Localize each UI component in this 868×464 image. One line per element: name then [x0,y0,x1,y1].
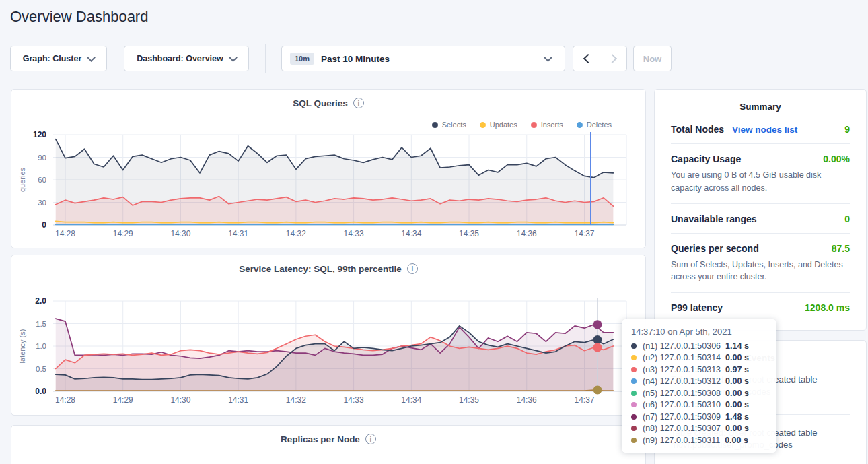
summary-row-head: P99 latency1208.0 ms [671,302,850,313]
tooltip-node-label: (n1) 127.0.0.1:50306 [643,341,721,351]
node-dot-icon [631,391,637,396]
node-dot-icon [631,426,637,431]
summary-row-1: Capacity Usage0.00%You are using 0 B of … [671,144,850,204]
summary-row-2: Unavailable ranges0 [671,204,850,234]
svg-text:14:32: 14:32 [286,395,306,405]
tooltip-rows: (n1) 127.0.0.1:503061.14 s(n2) 127.0.0.1… [631,340,768,446]
svg-text:14:31: 14:31 [228,229,248,238]
svg-text:14:28: 14:28 [55,229,75,238]
tooltip-node-value: 0.00 s [725,400,749,409]
legend-dot-icon [577,122,583,128]
now-button[interactable]: Now [633,46,672,71]
service-latency-panel: 0.00.51.01.52.014:2814:2914:3014:3114:32… [11,255,646,416]
legend-item-selects[interactable]: Selects [432,121,466,129]
time-prev-button[interactable] [573,46,600,71]
page-title: Overview Dashboard [10,8,148,26]
replicas-title-row: Replicas per Node i [11,434,645,444]
tooltip-node-value: 1.48 s [725,412,749,422]
svg-text:1.0: 1.0 [36,342,46,350]
node-dot-icon [631,343,637,349]
summary-panel: Summary Total NodesView nodes list9Capac… [654,89,867,331]
tooltip-node-label: (n6) 127.0.0.1:50310 [643,400,721,409]
svg-text:2.0: 2.0 [35,296,46,306]
svg-text:14:36: 14:36 [517,229,537,238]
legend-item-deletes[interactable]: Deletes [577,121,612,129]
summary-row-label: Capacity Usage [671,154,741,164]
view-nodes-list-link[interactable]: View nodes list [732,125,797,135]
tooltip-node-label: (n9) 127.0.0.1:50311 [643,436,720,445]
info-icon[interactable]: i [407,263,418,274]
legend-label: Selects [442,121,466,129]
svg-text:14:37: 14:37 [574,229,594,238]
legend-dot-icon [480,122,486,128]
svg-text:14:28: 14:28 [55,395,75,405]
node-dot-icon [631,402,637,407]
legend-label: Updates [490,121,517,129]
legend-label: Deletes [587,121,612,129]
summary-rows: Total NodesView nodes list9Capacity Usag… [655,112,866,322]
info-icon[interactable]: i [353,98,364,108]
chevron-left-icon [583,54,592,63]
summary-row-desc: You are using 0 B of 4.5 GiB usable disk… [671,169,850,195]
node-dot-icon [631,367,637,372]
tooltip-row: (n4) 127.0.0.1:503120.00 s [631,376,768,388]
sql-queries-legend: SelectsUpdatesInsertsDeletes [432,121,612,129]
summary-row-value: 87.5 [832,243,850,254]
legend-item-inserts[interactable]: Inserts [531,121,563,129]
time-range-picker[interactable]: 10m Past 10 Minutes [281,46,565,71]
summary-row-value: 0.00% [823,154,850,164]
tooltip-node-value: 0.00 s [725,353,749,362]
svg-text:14:34: 14:34 [401,395,421,405]
svg-text:0.5: 0.5 [36,365,46,373]
summary-row-head: Unavailable ranges0 [671,213,850,224]
summary-row-label: Total Nodes [671,124,724,135]
svg-text:14:33: 14:33 [344,395,364,405]
svg-text:14:34: 14:34 [401,229,421,238]
summary-row-3: Queries per second87.5Sum of Selects, Up… [671,234,850,294]
summary-row-value: 1208.0 ms [805,302,850,313]
info-icon[interactable]: i [365,434,376,444]
legend-dot-icon [432,122,438,128]
toolbar-divider [265,44,266,73]
tooltip-row: (n1) 127.0.0.1:503061.14 s [631,340,768,352]
svg-text:latency (s): latency (s) [18,329,26,364]
tooltip-node-value: 1.14 s [725,341,749,351]
svg-text:120: 120 [33,130,46,139]
tooltip-row: (n7) 127.0.0.1:503091.48 s [631,411,768,423]
node-dot-icon [631,378,637,384]
node-dot-icon [631,414,637,420]
svg-text:14:37: 14:37 [574,395,594,405]
time-range-badge: 10m [290,53,314,65]
chart-title: SQL Queries [293,98,348,108]
summary-row-0: Total NodesView nodes list9 [671,114,850,144]
graph-dropdown[interactable]: Graph: Cluster [10,46,107,71]
tooltip-node-label: (n5) 127.0.0.1:50308 [643,389,721,398]
summary-row-head: Capacity Usage0.00% [671,154,850,164]
legend-dot-icon [531,122,537,128]
legend-label: Inserts [541,121,563,129]
svg-text:90: 90 [38,154,46,162]
tooltip-row: (n8) 127.0.0.1:503070.00 s [631,423,768,435]
summary-row-label: Queries per second [671,243,759,254]
overview-dashboard-page: Overview Dashboard Graph: Cluster Dashbo… [0,0,868,464]
svg-text:14:33: 14:33 [344,229,364,238]
svg-text:14:29: 14:29 [113,229,133,238]
svg-text:14:35: 14:35 [459,229,479,238]
chevron-down-icon [87,53,96,62]
tooltip-node-label: (n2) 127.0.0.1:50314 [643,353,721,362]
sql-queries-title-row: SQL Queries i [11,98,645,108]
dashboard-dropdown[interactable]: Dashboard: Overview [124,46,249,71]
graph-dropdown-label: Graph: Cluster [23,54,82,63]
service-latency-chart[interactable]: 0.00.51.01.52.014:2814:2914:3014:3114:32… [11,255,645,415]
dashboard-dropdown-label: Dashboard: Overview [137,54,223,63]
tooltip-row: (n3) 127.0.0.1:503130.97 s [631,364,768,376]
tooltip-row: (n5) 127.0.0.1:503080.00 s [631,387,768,399]
sql-queries-chart[interactable]: 030609012014:2814:2914:3014:3114:3214:33… [11,90,645,248]
time-range-label: Past 10 Minutes [321,54,390,64]
legend-item-updates[interactable]: Updates [480,121,517,129]
svg-text:0: 0 [42,220,46,230]
svg-text:14:35: 14:35 [459,395,479,405]
tooltip-node-label: (n8) 127.0.0.1:50307 [643,424,721,433]
time-next-button[interactable] [600,46,627,71]
summary-row-head: Total NodesView nodes list9 [671,124,850,135]
